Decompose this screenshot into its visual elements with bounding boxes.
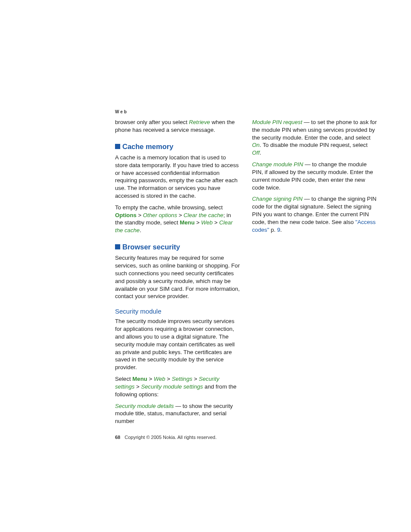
text: . (260, 149, 262, 156)
menu-menu: Menu (180, 219, 194, 226)
subheading-security-module: Security module (115, 307, 240, 316)
manual-page: Web browser only after you select Retrie… (0, 0, 411, 532)
square-bullet-icon (115, 244, 120, 249)
text: p. (269, 227, 277, 233)
option-title: Change signing PIN (252, 196, 302, 202)
text: Select (115, 376, 132, 382)
option-change-signing-pin: Change signing PIN — to change the signi… (252, 195, 377, 233)
text: browser only after you select (115, 119, 189, 125)
page-footer: 68Copyright © 2005 Nokia. All rights res… (115, 435, 377, 440)
browser-security-description: Security features may be required for so… (115, 254, 240, 300)
heading-text: Browser security (122, 243, 180, 251)
intro-paragraph: browser only after you select Retrieve w… (115, 118, 240, 134)
menu-item-retrieve: Retrieve (189, 119, 210, 125)
link-page-9[interactable]: 9 (277, 227, 280, 233)
option-change-module-pin: Change module PIN — to change the module… (252, 161, 377, 191)
cache-instructions: To empty the cache, while browsing, sele… (115, 204, 240, 234)
value-off: Off (252, 149, 260, 156)
menu-security-module-settings: Security module settings (141, 383, 203, 390)
heading-cache-memory: Cache memory (115, 142, 240, 151)
separator: > (213, 219, 219, 226)
text: To empty the cache, while browsing, sele… (115, 204, 223, 211)
copyright-text: Copyright © 2005 Nokia. All rights reser… (125, 435, 217, 440)
menu-other-options: Other options (143, 212, 177, 218)
menu-options: Options (115, 212, 137, 218)
separator: > (165, 376, 172, 382)
text: . (140, 227, 141, 233)
option-title: Change module PIN (252, 161, 303, 168)
separator: > (195, 219, 201, 226)
option-title: Security module details (115, 403, 174, 409)
option-module-pin-request: Module PIN request — to set the phone to… (252, 118, 377, 157)
separator: > (147, 376, 154, 382)
page-number: 68 (115, 435, 120, 440)
menu-web: Web (201, 219, 213, 226)
heading-browser-security: Browser security (115, 242, 240, 252)
menu-clear-cache: Clear the cache (184, 212, 223, 218)
value-on: On (252, 142, 260, 148)
square-bullet-icon (115, 144, 120, 149)
separator: > (134, 383, 141, 390)
option-security-module-details: Security module details — to show the se… (115, 402, 240, 425)
heading-text: Cache memory (122, 143, 173, 150)
option-body: . To disable the module PIN request, sel… (260, 142, 367, 148)
text: . (280, 227, 282, 233)
running-header: Web (115, 109, 377, 114)
option-title: Module PIN request (252, 119, 302, 125)
menu-settings: Settings (172, 376, 193, 382)
security-module-description: The security module improves security se… (115, 317, 240, 371)
body-columns: browser only after you select Retrieve w… (115, 118, 377, 429)
cache-description: A cache is a memory location that is use… (115, 154, 240, 200)
separator: > (192, 376, 199, 382)
security-module-path: Select Menu > Web > Settings > Security … (115, 375, 240, 398)
menu-menu: Menu (132, 376, 147, 382)
menu-web: Web (154, 376, 165, 382)
separator: > (177, 212, 184, 218)
separator: > (137, 212, 143, 218)
